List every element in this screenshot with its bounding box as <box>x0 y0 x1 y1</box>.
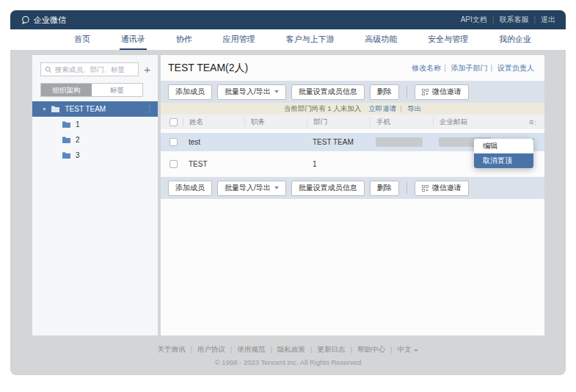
search-box[interactable] <box>40 62 139 76</box>
toolbar-divider <box>407 182 407 194</box>
delete-label: 删除 <box>377 87 392 97</box>
tree-node-label: 1 <box>76 120 80 128</box>
api-docs-link[interactable]: API文档 <box>461 15 500 25</box>
app-footer: 关于腾讯 用户协议 使用规范 隐私政策 更新日志 帮助中心 中文 © 1998 … <box>10 341 566 366</box>
copyright-text: © 1998 - 2023 Tencent Inc. All Rights Re… <box>10 358 566 366</box>
content-header: TEST TEAM(2人) 修改名称 添加子部门 设置负责人 <box>161 55 544 81</box>
delete-button[interactable]: 删除 <box>370 84 399 100</box>
wechat-invite-button[interactable]: 微信邀请 <box>415 84 469 100</box>
batch-edit-label: 批量设置成员信息 <box>299 87 357 97</box>
tree-node-root[interactable]: ▼ TEST TEAM ⋮ <box>32 101 158 117</box>
tree-node-label: 2 <box>76 136 80 144</box>
department-actions: 修改名称 添加子部门 设置负责人 <box>412 63 534 73</box>
row-checkbox[interactable] <box>169 160 178 168</box>
batch-edit-button[interactable]: 批量设置成员信息 <box>291 84 365 100</box>
qr-code-icon <box>422 89 429 95</box>
select-all-checkbox[interactable] <box>169 118 178 126</box>
add-member-label: 添加成员 <box>175 183 205 193</box>
help-center-link[interactable]: 帮助中心 <box>357 345 397 355</box>
add-member-button[interactable]: 添加成员 <box>168 181 212 196</box>
set-manager-link[interactable]: 设置负责人 <box>497 64 534 72</box>
pending-join-notice: 当前部门尚有 1 人未加入 立即邀请 导出 <box>161 103 544 115</box>
nav-tab-security[interactable]: 安全与管理 <box>426 29 470 50</box>
top-header-links: API文档 联系客服 退出 <box>461 15 555 25</box>
context-menu-edit[interactable]: 编辑 <box>474 139 533 153</box>
add-sub-department-link[interactable]: 添加子部门 <box>451 64 496 72</box>
sidebar-view-toggle: 组织架构 标签 <box>40 83 143 97</box>
app-logo-label: 企业微信 <box>34 15 66 26</box>
search-input[interactable] <box>55 65 134 73</box>
caret-down-icon <box>414 349 418 352</box>
member-toolbar-bottom: 添加成员 批量导入/导出 批量设置成员信息 删除 <box>161 177 544 199</box>
nav-tab-customers[interactable]: 客户与上下游 <box>284 29 335 50</box>
contact-support-link[interactable]: 联系客服 <box>499 15 541 25</box>
delete-button[interactable]: 删除 <box>370 181 399 196</box>
rename-link[interactable]: 修改名称 <box>412 64 449 72</box>
dropdown-caret-icon <box>274 186 279 189</box>
language-selector[interactable]: 中文 <box>397 345 418 355</box>
wechat-invite-label: 微信邀请 <box>432 183 462 193</box>
search-icon <box>45 66 52 73</box>
tab-labels[interactable]: 标签 <box>92 84 142 96</box>
folder-icon <box>62 136 71 144</box>
changelog-link[interactable]: 更新日志 <box>317 345 357 355</box>
org-tree: ▼ TEST TEAM ⋮ 1 <box>32 101 158 163</box>
content-panel: TEST TEAM(2人) 修改名称 添加子部门 设置负责人 添加成员 批量导入… <box>161 55 544 335</box>
import-export-button[interactable]: 批量导入/导出 <box>217 84 286 100</box>
add-department-button[interactable]: + <box>144 64 150 75</box>
dropdown-caret-icon <box>274 90 279 93</box>
export-link[interactable]: 导出 <box>407 104 421 112</box>
column-phone: 手机 <box>370 117 433 126</box>
page-body: + 组织架构 标签 ▼ TEST TEAM ⋮ <box>10 50 566 375</box>
chat-bubble-icon <box>21 15 30 25</box>
cell-phone <box>370 137 433 147</box>
column-duty: 职务 <box>244 117 307 126</box>
sidebar-search-row: + <box>40 62 150 76</box>
import-export-label: 批量导入/导出 <box>225 183 271 193</box>
footer-links: 关于腾讯 用户协议 使用规范 隐私政策 更新日志 帮助中心 中文 <box>158 345 419 355</box>
nav-tab-home[interactable]: 首页 <box>73 29 92 50</box>
tree-node-child-1[interactable]: 1 <box>32 117 158 132</box>
batch-edit-label: 批量设置成员信息 <box>299 183 357 193</box>
toolbar-divider <box>407 86 407 98</box>
import-export-button[interactable]: 批量导入/导出 <box>217 181 286 196</box>
notice-text: 当前部门尚有 1 人未加入 <box>284 104 362 114</box>
nav-tab-app-management[interactable]: 应用管理 <box>222 29 257 50</box>
page-title: TEST TEAM(2人) <box>168 62 248 75</box>
caret-down-icon[interactable]: ▼ <box>42 106 46 112</box>
cell-name: test <box>183 138 244 146</box>
app-logo[interactable]: 企业微信 <box>21 15 66 26</box>
nav-tab-advanced[interactable]: 高级功能 <box>363 29 398 50</box>
more-vertical-icon[interactable]: ⋮ <box>145 104 153 114</box>
folder-icon <box>51 105 60 113</box>
add-member-button[interactable]: 添加成员 <box>168 84 212 100</box>
member-toolbar-top: 添加成员 批量导入/导出 批量设置成员信息 删除 <box>161 81 544 103</box>
column-settings-icon[interactable]: ≡ <box>529 117 536 126</box>
logout-link[interactable]: 退出 <box>541 15 555 25</box>
usage-policy-link[interactable]: 使用规范 <box>238 345 277 355</box>
tree-node-child-2[interactable]: 2 <box>32 132 158 148</box>
context-menu-cancel-pin[interactable]: 取消置顶 <box>474 153 533 168</box>
tab-org-structure[interactable]: 组织架构 <box>41 84 92 96</box>
nav-tab-my-company[interactable]: 我的企业 <box>497 29 533 50</box>
wechat-invite-button[interactable]: 微信邀请 <box>415 181 469 196</box>
notice-links: 立即邀请 导出 <box>368 104 421 114</box>
tree-node-child-3[interactable]: 3 <box>32 148 158 163</box>
sidebar: + 组织架构 标签 ▼ TEST TEAM ⋮ <box>32 55 158 335</box>
nav-tab-contacts[interactable]: 通讯录 <box>120 29 147 50</box>
about-tencent-link[interactable]: 关于腾讯 <box>158 345 197 355</box>
row-checkbox-cell <box>161 138 183 146</box>
nav-tab-collaboration[interactable]: 协作 <box>175 29 194 50</box>
member-table-header: 姓名 职务 部门 手机 企业邮箱 ≡ <box>161 115 544 129</box>
user-agreement-link[interactable]: 用户协议 <box>197 345 237 355</box>
privacy-policy-link[interactable]: 隐私政策 <box>277 345 317 355</box>
invite-now-link[interactable]: 立即邀请 <box>368 104 405 112</box>
main-nav: 首页 通讯录 协作 应用管理 客户与上下游 高级功能 安全与管理 我的企业 <box>10 29 566 50</box>
wechat-invite-label: 微信邀请 <box>432 87 462 97</box>
batch-edit-button[interactable]: 批量设置成员信息 <box>291 181 365 196</box>
top-header-bar: 企业微信 API文档 联系客服 退出 <box>10 10 566 29</box>
column-name: 姓名 <box>183 117 244 126</box>
header-checkbox-cell <box>161 118 183 126</box>
row-checkbox[interactable] <box>169 138 178 146</box>
tree-node-label: 3 <box>76 151 80 159</box>
